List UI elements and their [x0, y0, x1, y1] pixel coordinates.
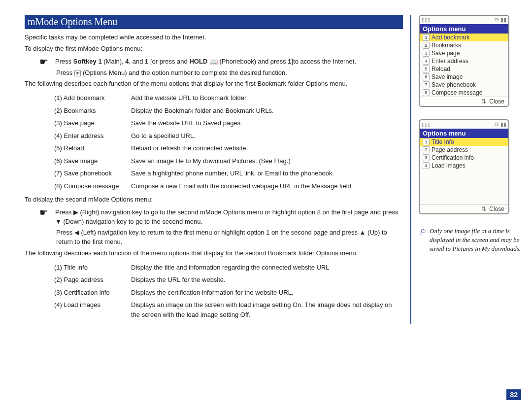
- intro-line-3: To display the second mMode Options menu…: [25, 195, 403, 205]
- phone-mockup-2: ▯▯▯⟳ ▮▮ Options menu 1Title Info2Page ad…: [419, 119, 509, 214]
- item-number-icon: 4: [423, 162, 430, 169]
- phone-menu-item: 3Save page: [420, 49, 508, 57]
- sub-line-2: Press ◀ (Left) navigation key to return …: [56, 228, 403, 247]
- definition-row: (4) Load imagesDisplays an image on the …: [54, 299, 403, 321]
- definition-value: Displays the URL for the website.: [131, 274, 403, 286]
- main-content: mMode Options Menu Specific tasks may be…: [25, 15, 411, 324]
- definition-value: Compose a new Email with the connected w…: [131, 180, 356, 193]
- updown-icon: ⇅: [481, 206, 486, 212]
- options-menu-icon: m: [74, 70, 81, 76]
- phone-menu-item: 4Enter address: [420, 57, 508, 65]
- definition-row: (1) Title infoDisplay the title and info…: [54, 261, 403, 274]
- item-label: Save image: [432, 73, 463, 80]
- definitions-table-2: (1) Title infoDisplay the title and info…: [54, 261, 403, 321]
- definition-key: (7) Save phonebook: [54, 167, 131, 180]
- close-label: Close: [489, 206, 504, 212]
- item-label: Load images: [432, 162, 466, 169]
- item-number-icon: 2: [423, 146, 430, 153]
- page-number: 82: [506, 389, 521, 400]
- definition-row: (2) BookmarksDisplay the Bookmark folder…: [54, 104, 356, 117]
- phone-menu-item: 6Save image: [420, 73, 508, 81]
- phone-menu-item: 3Certification info: [420, 154, 508, 162]
- phone-menu-item: 1Title Info: [420, 138, 508, 146]
- definitions-table-1: (1) Add bookmarkAdd the website URL to B…: [54, 92, 356, 192]
- definition-value: Display the Bookmark folder and Bookmark…: [131, 104, 356, 117]
- intro-line-2: To display the first mMode Options menu:: [25, 44, 403, 54]
- item-number-icon: 4: [423, 58, 430, 65]
- close-label: Close: [489, 98, 504, 105]
- pointer-icon: ☛: [39, 57, 48, 67]
- phonebook-icon: 📖: [209, 57, 218, 67]
- item-number-icon: 8: [423, 89, 430, 96]
- phone-status-bar: ▯▯▯⟳ ▮▮: [420, 16, 508, 24]
- phone-menu-item: 1Add bookmark: [420, 34, 508, 41]
- phone-status-bar: ▯▯▯⟳ ▮▮: [420, 120, 508, 129]
- definition-value: Save the website URL to Saved pages.: [131, 117, 356, 130]
- definition-key: (4) Load images: [54, 299, 131, 321]
- definition-key: (1) Title info: [54, 261, 131, 274]
- updown-icon: ⇅: [481, 98, 486, 105]
- bullet-2: ☛ Press ▶ (Right) navigation key to go t…: [39, 207, 403, 227]
- definition-value: Add the website URL to Bookmark folder.: [131, 92, 356, 104]
- phone-menu-item: 4Load images: [420, 162, 508, 170]
- item-number-icon: 6: [423, 73, 430, 80]
- definition-row: (4) Enter addressGo to a specified URL.: [54, 130, 356, 142]
- definition-row: (5) ReloadReload or refresh the connecte…: [54, 142, 356, 155]
- phone-title-2: Options menu: [420, 129, 508, 138]
- bullet-2-text: Press ▶ (Right) navigation key to go to …: [55, 207, 403, 227]
- definition-row: (6) Save imageSave an image file to My d…: [54, 155, 356, 168]
- item-label: Compose message: [432, 89, 482, 96]
- definition-value: Save a highlighted phone number, URL lin…: [131, 167, 356, 180]
- intro-line-1: Specific tasks may be completed while ac…: [25, 33, 403, 42]
- phone-mockup-1: ▯▯▯⟳ ▮▮ Options menu 1Add bookmark2Bookm…: [419, 15, 509, 107]
- definition-value: Go to a specified URL.: [131, 130, 356, 142]
- note-text: Only one image file at a time is display…: [430, 227, 522, 254]
- definition-value: Reload or refresh the connected website.: [131, 142, 356, 155]
- definition-key: (2) Page address: [54, 274, 131, 286]
- item-number-icon: 2: [423, 42, 430, 49]
- pointer-icon: ☛: [39, 207, 48, 217]
- item-number-icon: 5: [423, 66, 430, 72]
- item-label: Add bookmark: [432, 34, 469, 41]
- bullet-1: ☛ Press Softkey 1 (Main), 4, and 1 [or p…: [39, 57, 403, 67]
- item-number-icon: 1: [423, 34, 430, 41]
- definition-key: (3) Certification info: [54, 286, 131, 299]
- definition-row: (7) Save phonebookSave a highlighted pho…: [54, 167, 356, 180]
- phone-footer-2: ⇅ Close: [420, 204, 508, 213]
- item-number-icon: 7: [423, 81, 430, 88]
- definition-row: (8) Compose messageCompose a new Email w…: [54, 180, 356, 193]
- definition-key: (2) Bookmarks: [54, 104, 131, 117]
- phone-title-1: Options menu: [420, 24, 508, 34]
- phone-menu-item: 2Bookmarks: [420, 41, 508, 49]
- phone-footer-1: ⇅ Close: [420, 97, 508, 106]
- item-number-icon: 3: [423, 50, 430, 57]
- item-label: Reload: [432, 66, 450, 72]
- phone-menu-item: 2Page address: [420, 146, 508, 154]
- definition-value: Displays an image on the screen with loa…: [131, 299, 403, 321]
- definition-value: Save an image file to My download Pictur…: [131, 155, 356, 168]
- item-label: Certification info: [432, 154, 474, 161]
- definition-row: (3) Save pageSave the website URL to Sav…: [54, 117, 356, 130]
- definition-value: Display the title and information regard…: [131, 261, 403, 274]
- note-icon: ⚐: [419, 227, 426, 254]
- definition-key: (3) Save page: [54, 117, 131, 130]
- phone-menu-item: 5Reload: [420, 65, 508, 73]
- definition-row: (1) Add bookmarkAdd the website URL to B…: [54, 92, 356, 104]
- section-heading: mMode Options Menu: [25, 15, 403, 29]
- definition-key: (4) Enter address: [54, 130, 131, 142]
- item-label: Save page: [432, 50, 460, 57]
- definition-key: (8) Compose message: [54, 180, 131, 193]
- desc-2: The following describes each function of…: [25, 249, 403, 258]
- definition-row: (2) Page addressDisplays the URL for the…: [54, 274, 403, 286]
- item-number-icon: 3: [423, 154, 430, 161]
- desc-1: The following describes each function of…: [25, 79, 403, 89]
- definition-key: (6) Save image: [54, 155, 131, 168]
- phone-menu-item: 7Save phonebook: [420, 81, 508, 89]
- item-label: Title Info: [432, 138, 454, 145]
- sidebar: ▯▯▯⟳ ▮▮ Options menu 1Add bookmark2Bookm…: [419, 15, 522, 324]
- definition-key: (1) Add bookmark: [54, 92, 131, 104]
- item-label: Page address: [432, 146, 468, 153]
- definition-value: Displays the certification information f…: [131, 286, 403, 299]
- item-number-icon: 1: [423, 138, 430, 145]
- sub-line-1: Press m (Options Menu) and the option nu…: [56, 68, 403, 78]
